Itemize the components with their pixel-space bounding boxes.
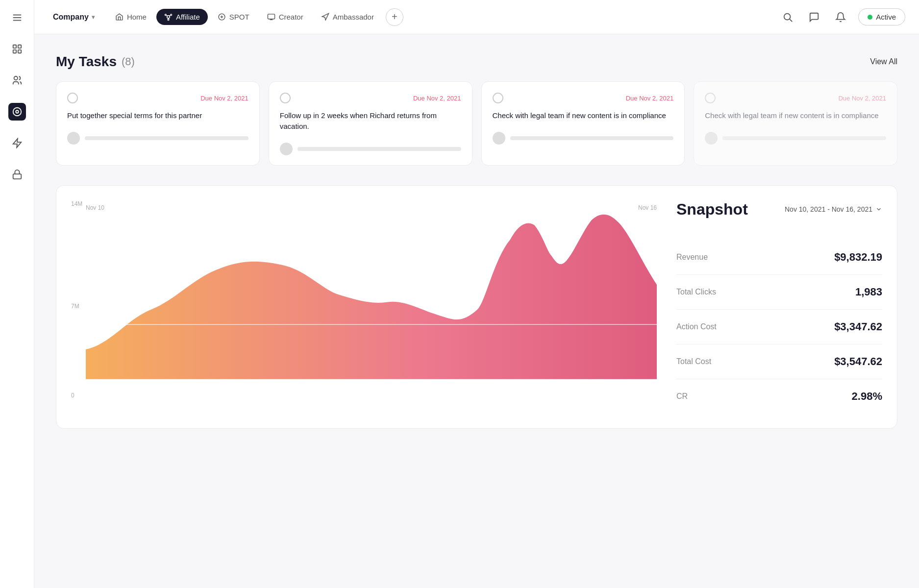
chart-svg xyxy=(86,210,657,389)
message-icon[interactable] xyxy=(805,8,823,26)
task-footer-2 xyxy=(280,143,461,155)
stat-row-clicks: Total Clicks 1,983 xyxy=(676,275,882,310)
task-footer-3 xyxy=(493,132,674,145)
svg-point-14 xyxy=(171,14,172,16)
compass-icon[interactable] xyxy=(8,103,26,121)
plus-icon: + xyxy=(392,11,397,23)
lightning-icon[interactable] xyxy=(8,134,26,152)
company-label: Company xyxy=(53,13,89,22)
menu-icon[interactable] xyxy=(8,9,26,26)
svg-point-21 xyxy=(784,13,791,20)
users-icon[interactable] xyxy=(8,72,26,89)
snapshot-date-selector[interactable]: Nov 10, 2021 - Nov 16, 2021 xyxy=(785,205,882,213)
svg-rect-6 xyxy=(18,50,21,53)
task-card-header-2: Due Nov 2, 2021 xyxy=(280,93,461,103)
content-area: My Tasks (8) View All Due Nov 2, 2021 Pu… xyxy=(34,34,919,588)
nav-home-label: Home xyxy=(127,13,147,21)
task-avatar-2 xyxy=(280,143,293,155)
search-icon[interactable] xyxy=(779,8,796,26)
task-due-4: Due Nov 2, 2021 xyxy=(838,95,886,102)
svg-rect-5 xyxy=(13,50,16,53)
task-checkbox-2[interactable] xyxy=(280,93,291,103)
snapshot-date-label: Nov 10, 2021 - Nov 16, 2021 xyxy=(785,205,872,213)
add-nav-button[interactable]: + xyxy=(386,8,403,26)
task-card-2: Due Nov 2, 2021 Follow up in 2 weeks whe… xyxy=(269,81,472,166)
active-status-label: Active xyxy=(876,13,896,21)
spot-icon xyxy=(218,13,226,21)
nav-affiliate-label: Affiliate xyxy=(176,13,200,21)
task-title-1: Put together special terms for this part… xyxy=(67,110,248,121)
nav-creator[interactable]: Creator xyxy=(259,9,311,25)
stat-value-total-cost: $3,547.62 xyxy=(834,355,882,368)
bell-icon[interactable] xyxy=(832,8,849,26)
task-checkbox-3[interactable] xyxy=(493,93,503,103)
active-dot-indicator xyxy=(868,15,872,20)
nav-ambassador-label: Ambassador xyxy=(333,13,374,21)
chart-y-top: 14M xyxy=(71,200,82,207)
task-footer-4 xyxy=(705,132,886,145)
snapshot-stats: Snapshot Nov 10, 2021 - Nov 16, 2021 Rev… xyxy=(676,200,882,414)
stat-label-cr: CR xyxy=(676,392,688,401)
svg-point-9 xyxy=(16,110,19,113)
nav-spot[interactable]: SPOT xyxy=(210,9,257,25)
task-progress-bar-3 xyxy=(510,136,674,140)
tasks-title-text: My Tasks xyxy=(56,54,117,70)
svg-rect-4 xyxy=(18,45,21,48)
nav-items: Home Affiliate xyxy=(107,8,776,26)
chart-x-labels: Nov 10 Nov 16 xyxy=(71,200,657,211)
stat-value-clicks: 1,983 xyxy=(855,286,882,298)
nav-ambassador[interactable]: Ambassador xyxy=(313,9,382,25)
stat-value-action-cost: $3,347.62 xyxy=(834,320,882,333)
stat-label-clicks: Total Clicks xyxy=(676,288,716,296)
task-avatar-3 xyxy=(493,132,505,145)
task-card-4: Due Nov 2, 2021 Check with legal team if… xyxy=(694,81,897,166)
task-avatar-4 xyxy=(705,132,718,145)
snapshot-section: 14M 7M 0 xyxy=(56,185,897,429)
home-icon xyxy=(115,13,124,21)
task-title-3: Check with legal team if new content is … xyxy=(493,110,674,121)
company-selector[interactable]: Company ▾ xyxy=(48,10,99,24)
svg-line-16 xyxy=(166,15,168,16)
task-checkbox-4[interactable] xyxy=(705,93,716,103)
svg-marker-10 xyxy=(13,139,21,147)
creator-icon xyxy=(267,13,275,21)
task-footer-1 xyxy=(67,132,248,145)
task-progress-bar-1 xyxy=(85,136,248,140)
affiliate-icon xyxy=(164,13,173,21)
task-card-1: Due Nov 2, 2021 Put together special ter… xyxy=(56,81,260,166)
task-card-header-1: Due Nov 2, 2021 xyxy=(67,93,248,103)
nav-affiliate[interactable]: Affiliate xyxy=(156,9,208,25)
task-due-2: Due Nov 2, 2021 xyxy=(413,95,461,102)
stat-value-revenue: $9,832.19 xyxy=(834,251,882,264)
stat-row-total-cost: Total Cost $3,547.62 xyxy=(676,344,882,379)
topnav: Company ▾ Home xyxy=(34,0,919,34)
svg-rect-11 xyxy=(13,174,21,179)
task-title-4: Check with legal team if new content is … xyxy=(705,110,886,121)
nav-home[interactable]: Home xyxy=(107,9,154,25)
task-due-1: Due Nov 2, 2021 xyxy=(200,95,248,102)
view-all-button[interactable]: View All xyxy=(870,57,897,66)
task-checkbox-1[interactable] xyxy=(67,93,78,103)
task-title-2: Follow up in 2 weeks when Richard return… xyxy=(280,110,461,132)
ambassador-icon xyxy=(321,13,329,21)
task-progress-bar-2 xyxy=(298,147,461,151)
nav-right-actions: Active xyxy=(779,8,905,26)
chevron-down-icon xyxy=(875,206,882,213)
task-progress-bar-4 xyxy=(722,136,886,140)
tasks-title: My Tasks (8) xyxy=(56,54,135,70)
svg-rect-20 xyxy=(268,14,274,19)
svg-line-17 xyxy=(169,15,171,16)
snapshot-title: Snapshot xyxy=(676,200,748,219)
svg-point-13 xyxy=(165,14,166,16)
active-status-badge[interactable]: Active xyxy=(858,8,905,25)
stat-label-total-cost: Total Cost xyxy=(676,357,711,366)
task-card-3: Due Nov 2, 2021 Check with legal team if… xyxy=(481,81,685,166)
lock-icon[interactable] xyxy=(8,166,26,183)
chart-y-bot: 0 xyxy=(71,392,75,399)
stat-label-action-cost: Action Cost xyxy=(676,322,717,331)
tasks-grid: Due Nov 2, 2021 Put together special ter… xyxy=(56,81,897,166)
svg-point-7 xyxy=(14,76,17,80)
tasks-header: My Tasks (8) View All xyxy=(56,54,897,70)
dashboard-icon[interactable] xyxy=(8,40,26,58)
svg-line-22 xyxy=(790,19,792,22)
